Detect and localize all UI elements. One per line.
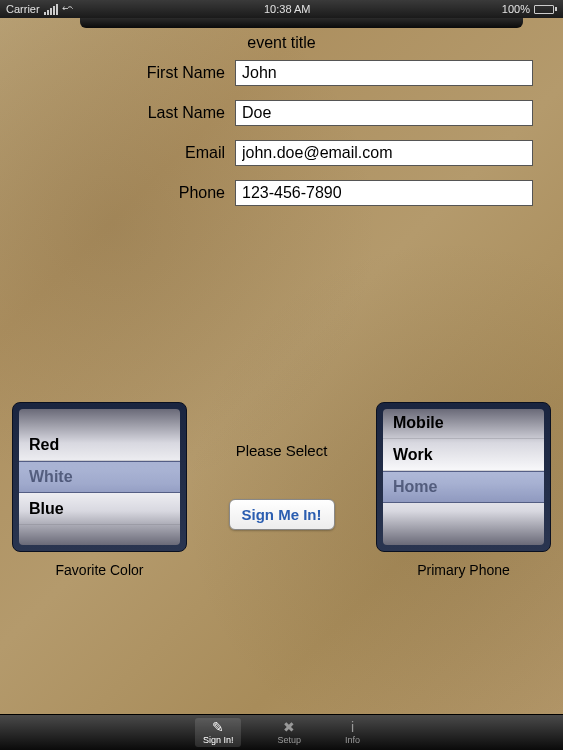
info-icon: i — [351, 720, 354, 734]
last-name-input[interactable] — [235, 100, 533, 126]
last-name-row: Last Name — [0, 100, 563, 126]
primary-phone-caption: Primary Phone — [417, 562, 510, 578]
wifi-icon: ⬿ — [62, 3, 73, 15]
favorite-color-picker[interactable]: Red White Blue — [12, 402, 187, 552]
picker-item[interactable]: Red — [19, 429, 180, 461]
pickers-area: Red White Blue Favorite Color Please Sel… — [0, 402, 563, 578]
phone-input[interactable] — [235, 180, 533, 206]
battery-icon — [534, 5, 557, 14]
tab-info[interactable]: i Info — [337, 718, 368, 747]
phone-row: Phone — [0, 180, 563, 206]
tab-label: Info — [345, 735, 360, 745]
sign-in-button[interactable]: Sign Me In! — [229, 499, 335, 530]
pencil-icon: ✎ — [212, 720, 224, 734]
picker-item[interactable]: Mobile — [383, 409, 544, 439]
tab-bar: ✎ Sign In! ✖ Setup i Info — [0, 714, 563, 750]
carrier-label: Carrier — [6, 3, 40, 15]
email-label: Email — [0, 144, 235, 162]
email-input[interactable] — [235, 140, 533, 166]
tools-icon: ✖ — [283, 720, 295, 734]
tab-label: Setup — [277, 735, 301, 745]
picker-item[interactable]: Home — [383, 471, 544, 503]
first-name-row: First Name — [0, 60, 563, 86]
picker-item[interactable]: White — [19, 461, 180, 493]
email-row: Email — [0, 140, 563, 166]
status-bar: Carrier ⬿ 10:38 AM 100% — [0, 0, 563, 18]
main-content: event title First Name Last Name Email P… — [0, 18, 563, 714]
tab-label: Sign In! — [203, 735, 234, 745]
tab-sign-in[interactable]: ✎ Sign In! — [195, 718, 242, 747]
first-name-label: First Name — [0, 64, 235, 82]
tab-setup[interactable]: ✖ Setup — [269, 718, 309, 747]
battery-percent: 100% — [502, 3, 530, 15]
clock-label: 10:38 AM — [264, 3, 310, 15]
event-title: event title — [0, 34, 563, 52]
please-select-label: Please Select — [236, 442, 328, 459]
first-name-input[interactable] — [235, 60, 533, 86]
last-name-label: Last Name — [0, 104, 235, 122]
picker-item[interactable]: Blue — [19, 493, 180, 525]
favorite-color-column: Red White Blue Favorite Color — [12, 402, 187, 578]
phone-label: Phone — [0, 184, 235, 202]
primary-phone-column: Mobile Work Home Primary Phone — [376, 402, 551, 578]
clipboard-clip — [80, 18, 523, 28]
signal-icon — [44, 4, 58, 15]
primary-phone-picker[interactable]: Mobile Work Home — [376, 402, 551, 552]
center-column: Please Select Sign Me In! — [207, 402, 357, 530]
favorite-color-caption: Favorite Color — [56, 562, 144, 578]
picker-item[interactable]: Work — [383, 439, 544, 471]
